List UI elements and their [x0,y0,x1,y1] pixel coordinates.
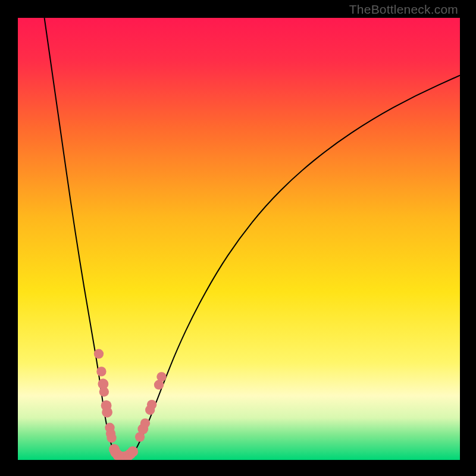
curve-layer [18,18,460,460]
marker-dot [99,387,109,396]
watermark-text: TheBottleneck.com [349,2,458,17]
plot-area [18,18,460,460]
marker-dot [96,367,106,376]
marker-dot [147,400,156,409]
marker-dot [94,349,104,359]
marker-dot [107,433,116,443]
marker-dot [102,407,112,418]
marker-dot [140,418,150,428]
chart-frame: TheBottleneck.com [0,0,476,476]
marker-dots [94,349,167,460]
marker-dot [156,372,166,381]
marker-dot [127,446,138,457]
